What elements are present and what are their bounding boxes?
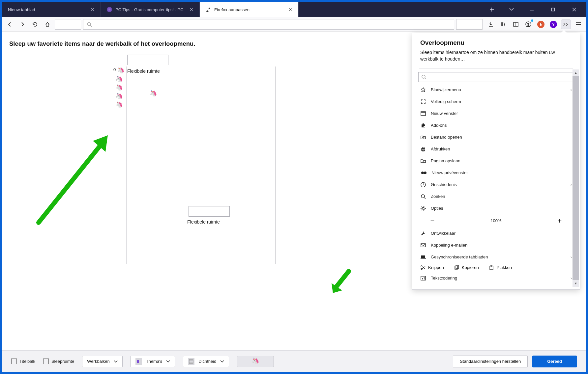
maximize-button[interactable]	[544, 4, 562, 15]
sidebar-button[interactable]	[511, 19, 521, 29]
overflow-title: Overloopmenu	[420, 39, 572, 46]
svg-point-1	[87, 22, 91, 26]
overflow-item-history[interactable]: Geschiedenis›	[418, 179, 574, 191]
tab-pctips[interactable]: PC Tips - Gratis computer tips! - PC ✕	[101, 2, 200, 17]
themes-dropdown[interactable]: Thema's	[131, 356, 175, 367]
overflow-item-fullscreen[interactable]: Volledig scherm	[418, 96, 574, 108]
back-button[interactable]	[5, 19, 15, 30]
flexible-space-frame[interactable]	[127, 55, 168, 65]
scroll-up-icon[interactable]: ▲	[573, 69, 579, 76]
list-tabs-button[interactable]	[503, 4, 520, 15]
reload-button[interactable]	[30, 19, 40, 30]
svg-rect-16	[421, 255, 425, 258]
svg-point-14	[422, 207, 424, 209]
flexible-space-label: Flexibele ruimte	[187, 219, 220, 225]
toolbars-dropdown[interactable]: Werkbalken	[82, 356, 122, 367]
restore-defaults-button[interactable]: Standaardinstellingen herstellen	[453, 356, 528, 367]
svg-point-17	[421, 268, 422, 270]
forward-button[interactable]	[17, 19, 28, 30]
toolbar-slot[interactable]	[456, 19, 483, 30]
favicon-icon	[107, 7, 112, 12]
search-icon	[421, 74, 426, 80]
overflow-item-email-link[interactable]: Koppeling e-mailen	[418, 239, 574, 251]
scroll-down-icon[interactable]: ▼	[573, 280, 579, 287]
unicorn-icon[interactable]	[117, 67, 124, 74]
dragspace-checkbox[interactable]: Sleepruimte	[43, 359, 74, 364]
overflow-item-search[interactable]: Zoeken	[418, 191, 574, 202]
unicorn-icon[interactable]	[115, 101, 123, 109]
overflow-item-private-window[interactable]: Nieuw privévenster	[418, 167, 574, 179]
navigation-toolbar: Y	[2, 17, 586, 32]
copy-icon	[454, 265, 459, 270]
count-label: 0	[113, 67, 116, 72]
unicorn-button[interactable]	[237, 356, 274, 367]
overflow-menu-button[interactable]	[561, 19, 571, 29]
overflow-item-developer[interactable]: Ontwikkelaar	[418, 227, 574, 239]
overflow-item-bookmarks[interactable]: Bladwijzermenu›	[418, 84, 574, 96]
chevron-down-icon	[166, 360, 170, 363]
minimize-button[interactable]	[523, 4, 541, 15]
overflow-item-save-page[interactable]: Pagina opslaan	[418, 155, 574, 167]
divider	[276, 67, 276, 264]
svg-rect-23	[421, 276, 426, 280]
overflow-item-text-encoding[interactable]: Tekstcodering›	[418, 272, 574, 284]
overflow-item-open-file[interactable]: Bestand openen	[418, 131, 574, 143]
paste-button[interactable]: Plakken	[489, 265, 512, 270]
gear-icon	[420, 205, 426, 211]
divider	[127, 67, 127, 264]
svg-rect-10	[422, 147, 424, 148]
overflow-item-options[interactable]: Opties	[418, 202, 574, 214]
extension-yahoo-icon[interactable]: Y	[548, 19, 558, 29]
svg-rect-8	[421, 112, 426, 116]
svg-rect-15	[421, 244, 426, 247]
tab-customize[interactable]: Firefox aanpassen ✕	[200, 2, 299, 17]
cut-button[interactable]: Knippen	[420, 265, 444, 270]
mail-icon	[420, 243, 426, 248]
unicorn-icon[interactable]	[115, 84, 123, 92]
tab-new[interactable]: Nieuw tabblad ✕	[2, 2, 101, 17]
print-icon	[420, 146, 426, 152]
overflow-item-synced-tabs[interactable]: Gesynchroniseerde tabbladen›	[418, 251, 574, 263]
new-tab-button[interactable]	[483, 4, 500, 15]
profile-button[interactable]	[523, 19, 533, 29]
overflow-item-addons[interactable]: Add-ons	[418, 120, 574, 131]
copy-button[interactable]: Kopiëren	[454, 265, 479, 270]
url-bar[interactable]	[83, 19, 454, 30]
toolbar-slot[interactable]	[55, 19, 81, 30]
zoom-level: 100%	[490, 218, 501, 223]
scrollbar[interactable]: ▲ ▼	[573, 69, 579, 287]
theme-swatch-icon	[135, 358, 142, 365]
customize-panel: Sleep uw favoriete items naar de werkbal…	[2, 32, 586, 350]
close-icon[interactable]: ✕	[288, 7, 292, 12]
close-icon[interactable]: ✕	[190, 7, 193, 12]
unicorn-icon[interactable]	[115, 76, 123, 83]
downloads-button[interactable]	[486, 19, 496, 29]
library-button[interactable]	[498, 19, 508, 29]
home-button[interactable]	[42, 19, 53, 30]
chevron-down-icon	[114, 360, 118, 363]
overflow-search-input[interactable]	[418, 72, 574, 82]
private-icon	[420, 171, 427, 175]
unicorn-icon[interactable]	[115, 93, 123, 100]
overflow-item-print[interactable]: Afdrukken	[418, 143, 574, 155]
bookmark-menu-icon	[420, 87, 426, 93]
done-button[interactable]: Gereed	[532, 356, 577, 367]
density-dropdown[interactable]: Dichtheid	[183, 356, 229, 367]
zoom-in-button[interactable]: +	[555, 217, 564, 225]
flexible-space-frame[interactable]	[189, 206, 230, 217]
close-window-button[interactable]	[565, 4, 583, 15]
extension-duckduckgo-icon[interactable]	[536, 19, 546, 29]
flexible-space-label: Flexibele ruimte	[127, 68, 160, 74]
svg-rect-0	[552, 8, 555, 11]
overflow-item-new-window[interactable]: Nieuw venster	[418, 108, 574, 120]
svg-rect-2	[514, 22, 518, 26]
unicorn-icon[interactable]	[150, 90, 157, 97]
overflow-menu-panel: Overloopmenu Sleep items hiernaartoe om …	[412, 33, 580, 290]
chevron-right-icon: ›	[571, 87, 572, 92]
density-icon	[188, 358, 194, 365]
zoom-out-button[interactable]: −	[428, 217, 437, 225]
unicorn-icon	[252, 358, 259, 365]
titlebar-checkbox[interactable]: Titelbalk	[11, 359, 35, 364]
close-icon[interactable]: ✕	[91, 7, 95, 12]
app-menu-button[interactable]	[573, 19, 583, 29]
